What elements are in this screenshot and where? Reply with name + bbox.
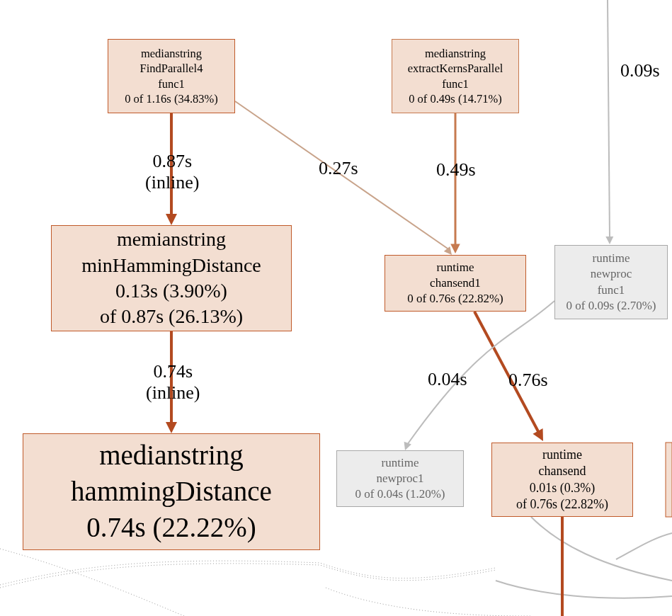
edge-label-e4: 0.09s — [620, 60, 660, 81]
node-line: 0.74s (22.22%) — [86, 510, 256, 546]
node-n6: medianstringhammingDistance0.74s (22.22%… — [23, 433, 320, 550]
node-line: runtime — [542, 447, 582, 463]
edge-label-line: 0.87s — [145, 151, 200, 172]
edge-label-line: (inline) — [145, 172, 200, 193]
node-line: medianstring — [141, 46, 202, 61]
edge-label-e1: 0.87s(inline) — [145, 151, 200, 193]
node-line: func1 — [158, 76, 185, 91]
edge-label-line: 0.04s — [428, 369, 467, 390]
node-n1: medianstringFindParallel4func10 of 1.16s… — [108, 39, 235, 113]
node-line: func1 — [442, 76, 469, 91]
node-line: 0 of 0.76s (22.82%) — [407, 291, 503, 307]
node-line: newproc1 — [376, 471, 423, 486]
edge-label-line: 0.74s — [146, 361, 200, 382]
node-line: of 0.87s (26.13%) — [100, 304, 243, 329]
node-line: of 0.76s (22.82%) — [516, 496, 608, 513]
node-line: runtime — [382, 455, 419, 471]
edge-label-line: 0.09s — [620, 60, 660, 81]
node-n2: medianstringextractKernsParallelfunc10 o… — [392, 39, 519, 113]
node-line: memianstring — [117, 227, 226, 252]
node-line: 0 of 1.16s (34.83%) — [125, 91, 218, 106]
edge-label-e7: 0.04s — [428, 369, 467, 390]
node-line: medianstring — [425, 46, 486, 61]
edge-label-e3: 0.49s — [436, 159, 476, 181]
arrowhead-e6 — [533, 428, 548, 444]
node-line: hammingDistance — [71, 474, 272, 510]
edge-label-line: (inline) — [146, 382, 200, 404]
svg-rect-0 — [666, 443, 672, 517]
node-n7: runtimenewproc10 of 0.04s (1.20%) — [336, 450, 464, 507]
node-line: medianstring — [99, 438, 244, 474]
node-n4: runtimechansend10 of 0.76s (22.82%) — [385, 255, 526, 312]
edge-label-line: 0.49s — [436, 159, 476, 181]
arrowhead-e1 — [166, 214, 177, 225]
node-line: minHammingDistance — [81, 253, 261, 278]
node-line: 0 of 0.09s (2.70%) — [566, 298, 656, 314]
arrowhead-e3 — [450, 244, 460, 254]
arrowhead-e4 — [605, 236, 613, 244]
node-line: runtime — [437, 260, 474, 275]
node-n5: runtimenewprocfunc10 of 0.09s (2.70%) — [554, 245, 668, 319]
edge-label-e5: 0.74s(inline) — [146, 361, 200, 404]
edge-label-line: 0.76s — [508, 370, 548, 391]
node-line: FindParallel4 — [140, 61, 203, 76]
node-n3: memianstringminHammingDistance0.13s (3.9… — [51, 225, 292, 331]
node-line: func1 — [598, 283, 625, 298]
node-line: 0.01s (0.3%) — [530, 480, 596, 496]
node-line: chansend — [539, 463, 586, 479]
node-line: chansend1 — [430, 275, 481, 291]
edge-label-line: 0.27s — [319, 158, 358, 179]
node-line: 0.13s (3.90%) — [115, 278, 227, 304]
edge-e4 — [608, 0, 610, 238]
node-line: 0 of 0.49s (14.71%) — [409, 91, 502, 106]
node-line: extractKernsParallel — [408, 61, 503, 76]
node-line: newproc — [591, 266, 632, 282]
edge-label-e2: 0.27s — [319, 158, 358, 179]
arrowhead-e5 — [166, 422, 177, 433]
node-line: 0 of 0.04s (1.20%) — [355, 486, 445, 502]
node-n8: runtimechansend0.01s (0.3%)of 0.76s (22.… — [491, 443, 633, 517]
node-line: runtime — [593, 251, 630, 266]
edge-label-e6: 0.76s — [508, 370, 548, 391]
